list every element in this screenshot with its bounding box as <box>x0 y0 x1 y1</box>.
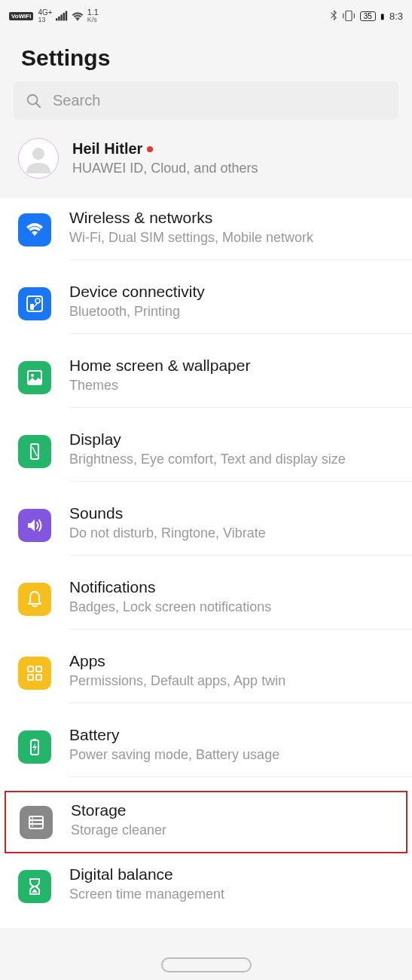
signal-icon <box>56 11 68 21</box>
svg-point-29 <box>32 822 33 823</box>
search-bar[interactable]: Search <box>14 81 398 120</box>
item-sub: Themes <box>69 378 397 394</box>
svg-rect-22 <box>36 675 41 680</box>
page-title: Settings <box>0 32 412 81</box>
status-time: 8:3 <box>389 11 403 22</box>
svg-rect-24 <box>33 739 36 740</box>
avatar <box>18 138 59 179</box>
balance-icon <box>18 870 51 903</box>
settings-item-connect[interactable]: Device connectivityBluetooth, Printing <box>0 272 412 346</box>
settings-item-sound[interactable]: SoundsDo not disturb, Ringtone, Vibrate <box>0 494 412 568</box>
nav-pill-icon[interactable] <box>161 957 252 972</box>
settings-item-display[interactable]: DisplayBrightness, Eye comfort, Text and… <box>0 420 412 494</box>
item-title: Display <box>69 430 397 449</box>
account-sub: HUAWEI ID, Cloud, and others <box>72 161 258 176</box>
svg-rect-21 <box>28 675 33 680</box>
battery-icon <box>18 730 51 764</box>
svg-point-10 <box>32 148 44 160</box>
item-sub: Wi-Fi, Dual SIM settings, Mobile network <box>69 230 397 246</box>
svg-rect-1 <box>58 17 60 21</box>
svg-rect-0 <box>56 18 57 20</box>
item-title: Notifications <box>69 578 397 596</box>
item-sub: Badges, Lock screen notifications <box>69 599 397 615</box>
apps-icon <box>18 657 51 690</box>
item-title: Sounds <box>69 504 397 522</box>
connect-icon <box>18 287 51 320</box>
network-sub: 13 <box>38 17 52 23</box>
account-row[interactable]: Heil Hitler HUAWEI ID, Cloud, and others <box>0 127 412 192</box>
item-title: Wireless & networks <box>69 209 397 227</box>
search-icon <box>26 93 42 109</box>
sound-icon <box>18 509 51 542</box>
item-title: Battery <box>69 726 397 744</box>
wallpaper-icon <box>18 361 51 394</box>
svg-rect-20 <box>36 666 41 672</box>
item-title: Digital balance <box>69 865 397 884</box>
search-placeholder: Search <box>53 92 100 109</box>
item-title: Storage <box>71 801 391 819</box>
settings-item-storage[interactable]: StorageStorage cleaner <box>5 791 407 853</box>
svg-line-14 <box>34 303 38 307</box>
svg-rect-5 <box>346 11 352 20</box>
item-title: Apps <box>69 652 397 670</box>
status-bar: VoWiFi 4G+ 13 1.1 K/s 35 ▮ 8:3 <box>0 0 412 32</box>
svg-point-16 <box>31 374 34 377</box>
settings-item-wifi[interactable]: Wireless & networksWi-Fi, Dual SIM setti… <box>0 198 412 272</box>
svg-point-28 <box>32 818 33 819</box>
item-sub: Permissions, Default apps, App twin <box>69 673 397 689</box>
item-sub: Bluetooth, Printing <box>69 304 397 320</box>
battery-bar-icon: ▮ <box>380 12 385 20</box>
svg-point-13 <box>35 299 40 303</box>
item-sub: Power saving mode, Battery usage <box>69 747 397 763</box>
settings-item-apps[interactable]: AppsPermissions, Default apps, App twin <box>0 642 412 715</box>
svg-rect-3 <box>63 13 64 20</box>
bell-icon <box>18 583 51 616</box>
vowifi-badge: VoWiFi <box>9 12 33 20</box>
settings-item-battery[interactable]: BatteryPower saving mode, Battery usage <box>0 715 412 789</box>
storage-icon <box>20 806 53 839</box>
item-title: Home screen & wallpaper <box>69 357 397 375</box>
svg-rect-2 <box>60 14 62 20</box>
svg-rect-25 <box>29 816 43 828</box>
settings-list: Wireless & networksWi-Fi, Dual SIM setti… <box>0 198 412 928</box>
item-title: Device connectivity <box>69 283 397 301</box>
network-gen: 4G+ <box>38 9 52 17</box>
svg-line-9 <box>36 103 41 107</box>
svg-rect-19 <box>28 666 33 672</box>
svg-rect-4 <box>65 11 66 21</box>
notification-dot-icon <box>147 146 153 152</box>
item-sub: Screen time management <box>69 887 397 902</box>
account-name: Heil Hitler <box>72 140 142 158</box>
settings-item-balance[interactable]: Digital balanceScreen time management <box>0 855 412 928</box>
speed-unit: K/s <box>87 17 97 23</box>
vibrate-icon <box>342 11 356 21</box>
bluetooth-icon <box>330 10 337 22</box>
avatar-icon <box>23 143 53 173</box>
settings-item-wallpaper[interactable]: Home screen & wallpaperThemes <box>0 346 412 420</box>
item-sub: Brightness, Eye comfort, Text and displa… <box>69 452 397 467</box>
wifi-icon <box>18 213 51 247</box>
item-sub: Do not disturb, Ringtone, Vibrate <box>69 525 397 541</box>
svg-rect-11 <box>27 296 42 311</box>
settings-item-bell[interactable]: NotificationsBadges, Lock screen notific… <box>0 568 412 642</box>
svg-rect-12 <box>30 304 34 310</box>
svg-point-30 <box>32 825 33 827</box>
item-sub: Storage cleaner <box>71 822 391 838</box>
display-icon <box>18 435 51 468</box>
battery-level: 35 <box>360 11 376 21</box>
svg-line-18 <box>32 447 37 456</box>
wifi-status-icon <box>71 11 84 21</box>
